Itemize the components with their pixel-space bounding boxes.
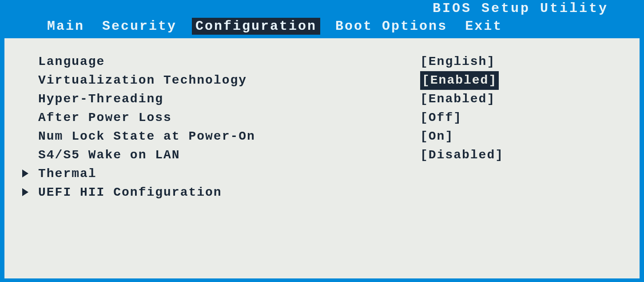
setting-label: Thermal (38, 165, 622, 183)
tab-boot-options[interactable]: Boot Options (333, 18, 450, 35)
setting-value-selected[interactable]: [Enabled] (420, 71, 499, 90)
setting-row-virtualization[interactable]: Virtualization Technology [Enabled] (22, 71, 622, 90)
setting-label: UEFI HII Configuration (38, 183, 622, 202)
submenu-arrow-icon (22, 183, 38, 202)
bios-header: BIOS Setup Utility Main Security Configu… (0, 0, 644, 38)
setting-label: Virtualization Technology (38, 71, 420, 90)
setting-value[interactable]: [Enabled] (420, 90, 495, 109)
setting-row-num-lock[interactable]: Num Lock State at Power-On [On] (22, 127, 622, 146)
setting-row-thermal[interactable]: Thermal (22, 165, 622, 183)
tab-configuration[interactable]: Configuration (192, 18, 320, 35)
setting-value[interactable]: [English] (420, 52, 495, 71)
tab-security[interactable]: Security (99, 18, 179, 35)
setting-label: Hyper-Threading (38, 90, 420, 109)
setting-value[interactable]: [Off] (420, 109, 462, 127)
tab-exit[interactable]: Exit (462, 18, 505, 35)
setting-label: Num Lock State at Power-On (38, 127, 420, 146)
settings-panel: Language [English] Virtualization Techno… (4, 38, 640, 278)
setting-row-wake-on-lan[interactable]: S4/S5 Wake on LAN [Disabled] (22, 146, 622, 165)
tabs-row: Main Security Configuration Boot Options… (0, 16, 644, 38)
setting-row-uefi-hii[interactable]: UEFI HII Configuration (22, 183, 622, 202)
setting-label: Language (38, 52, 420, 71)
setting-label: After Power Loss (38, 109, 420, 127)
submenu-arrow-icon (22, 165, 38, 183)
utility-title: BIOS Setup Utility (0, 0, 644, 16)
setting-value[interactable]: [On] (420, 127, 453, 146)
setting-label: S4/S5 Wake on LAN (38, 146, 420, 165)
setting-row-hyper-threading[interactable]: Hyper-Threading [Enabled] (22, 90, 622, 109)
setting-row-after-power-loss[interactable]: After Power Loss [Off] (22, 109, 622, 127)
tab-main[interactable]: Main (44, 18, 87, 35)
setting-value[interactable]: [Disabled] (420, 146, 504, 165)
setting-row-language[interactable]: Language [English] (22, 52, 622, 71)
